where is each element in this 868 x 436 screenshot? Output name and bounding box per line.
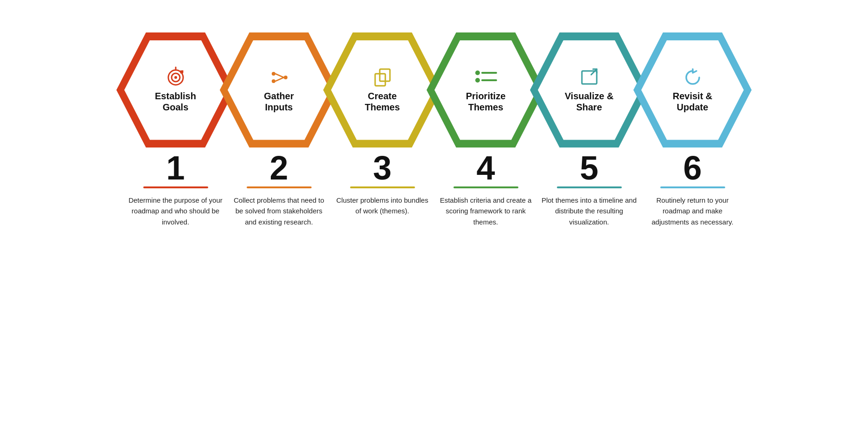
- svg-line-11: [275, 77, 284, 81]
- step-5-info: 5Plot themes into a timeline and distrib…: [530, 151, 648, 227]
- step-3-description: Cluster problems into bundles of work (t…: [334, 195, 431, 217]
- step-6-line: [660, 186, 725, 188]
- step-1-hex: EstablishGoals: [116, 32, 235, 147]
- step-info-row: 1Determine the purpose of your roadmap a…: [19, 151, 849, 227]
- step-2-info: 2Collect problems that need to be solved…: [220, 151, 338, 227]
- step-1-description: Determine the purpose of your roadmap an…: [127, 195, 224, 227]
- step-2-description: Collect problems that need to be solved …: [230, 195, 328, 227]
- step-1-info: 1Determine the purpose of your roadmap a…: [116, 151, 235, 227]
- svg-rect-18: [582, 71, 597, 84]
- step-3-hex: CreateThemes: [323, 32, 441, 147]
- step-6-number: 6: [683, 151, 702, 185]
- step-2-icon: [267, 67, 291, 88]
- step-3-number: 3: [373, 151, 391, 185]
- step-6-icon: [681, 67, 705, 88]
- step-4-info: 4Establish criteria and create a scoring…: [427, 151, 545, 227]
- steps-area: EstablishGoals GatherInputs CreateThemes…: [19, 32, 849, 227]
- hexagons-row: EstablishGoals GatherInputs CreateThemes…: [116, 32, 752, 147]
- svg-point-2: [174, 76, 177, 79]
- step-5-label: Visualize &Share: [565, 90, 613, 113]
- step-1-icon: [164, 67, 188, 88]
- step-2-label: GatherInputs: [264, 90, 294, 113]
- step-4-description: Establish criteria and create a scoring …: [437, 195, 535, 227]
- step-6-label: Revisit &Update: [673, 90, 713, 113]
- step-1-number: 1: [166, 151, 185, 185]
- step-3-icon: [370, 67, 395, 88]
- step-6-description: Routinely return to your roadmap and mak…: [644, 195, 741, 227]
- svg-point-14: [475, 71, 480, 75]
- step-4-label: PrioritizeThemes: [466, 90, 506, 113]
- step-4-hex: PrioritizeThemes: [427, 32, 545, 147]
- step-6-hex: Revisit &Update: [633, 32, 752, 147]
- step-5-description: Plot themes into a timeline and distribu…: [541, 195, 638, 227]
- step-5-icon: [577, 67, 601, 88]
- step-3-line: [350, 186, 415, 188]
- step-5-number: 5: [580, 151, 598, 185]
- step-3-info: 3Cluster problems into bundles of work (…: [323, 151, 441, 227]
- svg-line-19: [591, 69, 597, 75]
- step-1-label: EstablishGoals: [155, 90, 196, 113]
- step-2-number: 2: [269, 151, 288, 185]
- svg-line-10: [275, 74, 284, 77]
- step-4-icon: [474, 67, 498, 88]
- step-3-label: CreateThemes: [365, 90, 400, 113]
- svg-point-15: [475, 78, 480, 83]
- step-5-line: [557, 186, 622, 188]
- step-6-info: 6Routinely return to your roadmap and ma…: [633, 151, 752, 227]
- step-2-line: [247, 186, 312, 188]
- step-4-line: [453, 186, 518, 188]
- step-1-line: [143, 186, 208, 188]
- step-5-hex: Visualize &Share: [530, 32, 648, 147]
- step-2-hex: GatherInputs: [220, 32, 338, 147]
- step-4-number: 4: [476, 151, 495, 185]
